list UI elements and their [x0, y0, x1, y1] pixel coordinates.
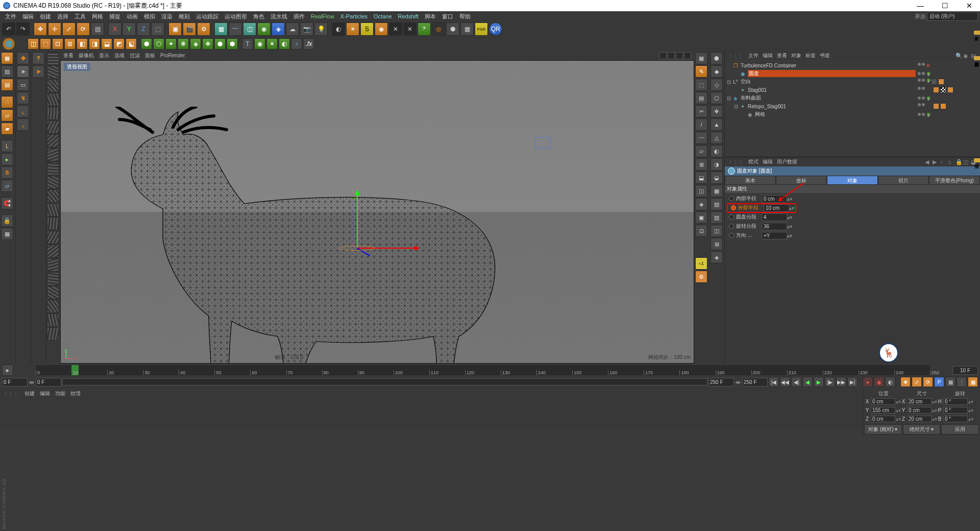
- menu-脚本[interactable]: 脚本: [422, 12, 439, 20]
- lock-2[interactable]: ▦: [1, 228, 13, 240]
- rtool-rtools-b-7[interactable]: ◐: [710, 145, 723, 157]
- key-grid[interactable]: ▦: [968, 377, 978, 387]
- render-picture[interactable]: 🎬: [183, 22, 196, 36]
- rtool-rtools-b-0[interactable]: ⬢: [710, 52, 723, 64]
- undo-button[interactable]: ↶: [2, 22, 15, 36]
- coords-size-dropdown[interactable]: 绝对尺寸 ▾: [903, 424, 941, 435]
- pattern-swatch-16[interactable]: [47, 272, 59, 285]
- rtool-rtools-b-15[interactable]: ◈: [710, 251, 723, 263]
- tree-item-网格[interactable]: ◉网格✓: [726, 110, 979, 118]
- pattern-swatch-0[interactable]: [47, 52, 59, 65]
- key-param[interactable]: P: [934, 377, 944, 387]
- rtool-rtools-a-15[interactable]: =1: [695, 257, 707, 270]
- side-tab-objects[interactable]: 对象: [974, 31, 980, 35]
- generator-group[interactable]: ◉: [257, 22, 271, 36]
- vp-menu-摄像机[interactable]: 摄像机: [79, 53, 94, 58]
- rtool-rtools-b-4[interactable]: ❖: [710, 105, 723, 117]
- goto-end[interactable]: ▶|: [847, 377, 857, 387]
- play-back[interactable]: ◀: [802, 377, 813, 387]
- attr-tab-切片[interactable]: 切片: [878, 176, 929, 185]
- menu-窗口[interactable]: 窗口: [439, 12, 456, 20]
- extra-4[interactable]: ᛃ: [291, 38, 302, 50]
- attr-tab-平滑着色(Phong)[interactable]: 平滑着色(Phong): [929, 176, 980, 185]
- pattern-swatch-2[interactable]: [47, 79, 59, 92]
- range-end[interactable]: 250 F: [742, 378, 768, 387]
- close-button[interactable]: ✕: [962, 2, 977, 10]
- mograph-4[interactable]: ❋: [178, 38, 189, 50]
- poly-mode[interactable]: ▰: [1, 123, 13, 135]
- help-icon[interactable]: ?: [32, 52, 44, 64]
- extra-2[interactable]: ✶: [266, 38, 278, 50]
- key-pla[interactable]: ▦: [945, 377, 955, 387]
- vp-menu-ProRender[interactable]: ProRender: [160, 53, 185, 58]
- select-arrow[interactable]: ➤: [17, 65, 29, 78]
- object-mode[interactable]: ▤: [1, 79, 13, 91]
- axis-mode[interactable]: L: [1, 140, 13, 152]
- rtool-rtools-b-5[interactable]: ▲: [710, 118, 723, 131]
- mograph-1[interactable]: ⬢: [141, 38, 152, 50]
- workplane[interactable]: ▱: [1, 180, 13, 192]
- x-axis-lock[interactable]: X: [108, 22, 121, 36]
- grow[interactable]: ◞: [17, 118, 29, 131]
- pattern-swatch-20[interactable]: [47, 327, 59, 341]
- sel-tool-5[interactable]: ◧: [77, 38, 88, 50]
- om-menu-编辑[interactable]: 编辑: [763, 53, 773, 58]
- menu-选择[interactable]: 选择: [54, 12, 71, 20]
- pattern-swatch-1[interactable]: [47, 65, 59, 79]
- y-axis-lock[interactable]: Y: [122, 22, 136, 36]
- am-next-icon[interactable]: ▶: [933, 159, 939, 165]
- vp-nav-4[interactable]: [684, 52, 691, 59]
- rotate-tool[interactable]: ⟳: [77, 22, 90, 36]
- om-eye-icon[interactable]: ◉: [963, 53, 969, 59]
- rtool-rtools-b-10[interactable]: ▦: [710, 185, 723, 197]
- rtool-rtools-a-9[interactable]: ⬓: [695, 172, 707, 184]
- menu-运动跟踪[interactable]: 运动跟踪: [193, 12, 222, 20]
- menu-编辑[interactable]: 编辑: [19, 12, 37, 20]
- mograph-6[interactable]: ❖: [202, 38, 213, 50]
- pattern-swatch-3[interactable]: [47, 93, 59, 106]
- plugin-10[interactable]: ▦: [460, 22, 474, 36]
- camera[interactable]: 📷: [300, 22, 313, 36]
- subdivision-surface[interactable]: ◫: [243, 22, 256, 36]
- next-key[interactable]: ▶▶: [836, 377, 846, 387]
- plugin-4[interactable]: ◉: [375, 22, 388, 36]
- om-menu-对象[interactable]: 对象: [791, 53, 801, 58]
- pattern-swatch-18[interactable]: [47, 300, 59, 313]
- edge-mode[interactable]: ▱: [1, 109, 13, 122]
- model-mode[interactable]: ▦: [1, 52, 13, 64]
- prev-key[interactable]: ◀◀: [780, 377, 790, 387]
- object-tree[interactable]: ❐TurbulenceFD Container✕◉圆盘✓⊟L°空白✓✦Stag0…: [725, 60, 980, 157]
- om-menu-书签[interactable]: 书签: [820, 53, 830, 58]
- pattern-swatch-17[interactable]: [47, 286, 59, 299]
- menu-Redshift[interactable]: Redshift: [395, 12, 422, 20]
- pattern-swatch-15[interactable]: [47, 258, 59, 272]
- rtool-rtools-a-16[interactable]: ⚙: [695, 271, 707, 283]
- plugin-2[interactable]: ☀: [346, 22, 359, 36]
- range-slider[interactable]: [62, 378, 707, 385]
- play-end[interactable]: 250 F: [708, 378, 734, 387]
- live-select-tool[interactable]: ✥: [34, 22, 47, 36]
- om-menu-文件[interactable]: 文件: [748, 53, 758, 58]
- mat-menu-功能[interactable]: 功能: [55, 391, 65, 396]
- z-axis-lock[interactable]: Z: [137, 22, 150, 36]
- cube-primitive[interactable]: ▦: [214, 22, 228, 36]
- rtool-rtools-a-11[interactable]: ◈: [695, 198, 707, 210]
- menu-动画[interactable]: 动画: [124, 12, 141, 20]
- plugin-1[interactable]: ◐: [332, 22, 345, 36]
- rtool-rtools-b-6[interactable]: △: [710, 132, 723, 144]
- menu-文件[interactable]: 文件: [2, 12, 19, 20]
- vp-menu-过滤[interactable]: 过滤: [130, 53, 140, 58]
- viewport[interactable]: 透视视图: [60, 60, 694, 364]
- coord-system[interactable]: ⬚: [151, 22, 164, 36]
- rtool-rtools-b-3[interactable]: ⬡: [710, 92, 723, 104]
- rtool-rtools-b-13[interactable]: ◫: [710, 225, 723, 237]
- rect-select[interactable]: ▭: [17, 79, 29, 91]
- magnet-snap[interactable]: 🧲: [1, 197, 13, 209]
- play-start[interactable]: 0 F: [36, 378, 61, 387]
- key-rot[interactable]: ⟳: [923, 377, 933, 387]
- environment[interactable]: ☁: [286, 22, 299, 36]
- plugin-5[interactable]: ✕: [389, 22, 402, 36]
- pattern-swatch-12[interactable]: [47, 217, 59, 230]
- mat-menu-编辑[interactable]: 编辑: [40, 391, 50, 396]
- rtool-rtools-a-6[interactable]: 〰: [695, 132, 707, 144]
